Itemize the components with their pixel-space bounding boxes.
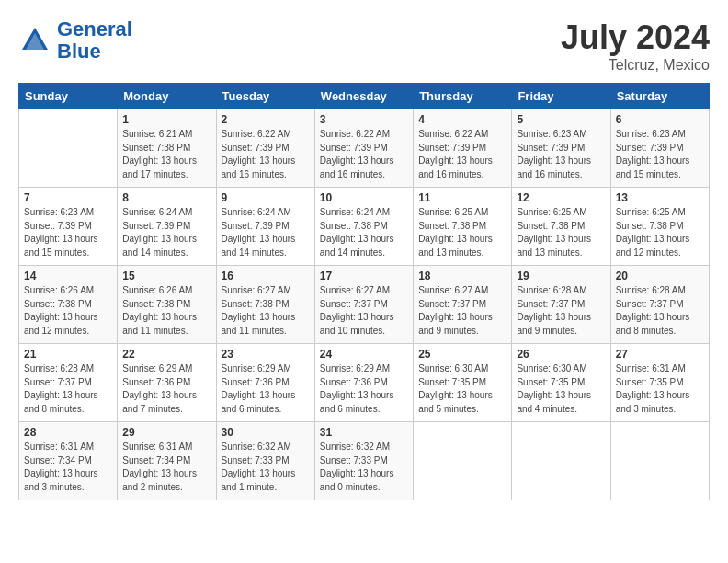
- day-number: 12: [517, 191, 605, 204]
- header-cell-monday: Monday: [118, 84, 216, 109]
- day-info: Sunrise: 6:30 AM Sunset: 7:35 PM Dayligh…: [418, 362, 506, 416]
- day-number: 9: [222, 191, 310, 204]
- logo-icon: [18, 24, 51, 57]
- day-number: 26: [517, 348, 605, 361]
- day-info: Sunrise: 6:22 AM Sunset: 7:39 PM Dayligh…: [320, 128, 408, 181]
- week-row-2: 7Sunrise: 6:23 AM Sunset: 7:39 PM Daylig…: [19, 188, 710, 266]
- header-cell-saturday: Saturday: [610, 84, 709, 109]
- day-number: 24: [320, 348, 408, 361]
- day-cell: 29Sunrise: 6:31 AM Sunset: 7:34 PM Dayli…: [118, 422, 216, 500]
- logo-line2: Blue: [57, 40, 101, 63]
- day-cell: 25Sunrise: 6:30 AM Sunset: 7:35 PM Dayli…: [414, 344, 512, 422]
- header-cell-tuesday: Tuesday: [216, 84, 314, 109]
- day-info: Sunrise: 6:32 AM Sunset: 7:33 PM Dayligh…: [320, 441, 408, 494]
- day-number: 10: [320, 191, 408, 204]
- day-info: Sunrise: 6:25 AM Sunset: 7:38 PM Dayligh…: [517, 206, 605, 259]
- day-cell: 4Sunrise: 6:22 AM Sunset: 7:39 PM Daylig…: [414, 109, 512, 188]
- logo-line1: General: [57, 17, 132, 40]
- logo-text: General Blue: [57, 18, 132, 63]
- day-cell: 31Sunrise: 6:32 AM Sunset: 7:33 PM Dayli…: [314, 422, 413, 500]
- day-cell: [512, 422, 610, 500]
- day-info: Sunrise: 6:28 AM Sunset: 7:37 PM Dayligh…: [24, 362, 112, 416]
- day-info: Sunrise: 6:22 AM Sunset: 7:39 PM Dayligh…: [418, 128, 506, 181]
- day-info: Sunrise: 6:21 AM Sunset: 7:38 PM Dayligh…: [122, 128, 210, 181]
- day-cell: 26Sunrise: 6:30 AM Sunset: 7:35 PM Dayli…: [512, 344, 610, 422]
- day-cell: 28Sunrise: 6:31 AM Sunset: 7:34 PM Dayli…: [19, 422, 118, 500]
- day-cell: 2Sunrise: 6:22 AM Sunset: 7:39 PM Daylig…: [216, 109, 314, 188]
- day-info: Sunrise: 6:24 AM Sunset: 7:38 PM Dayligh…: [320, 206, 408, 259]
- day-info: Sunrise: 6:30 AM Sunset: 7:35 PM Dayligh…: [517, 362, 605, 416]
- day-number: 7: [24, 191, 112, 204]
- day-info: Sunrise: 6:27 AM Sunset: 7:37 PM Dayligh…: [320, 284, 408, 338]
- day-number: 25: [418, 348, 506, 361]
- day-info: Sunrise: 6:23 AM Sunset: 7:39 PM Dayligh…: [616, 128, 704, 181]
- day-info: Sunrise: 6:31 AM Sunset: 7:34 PM Dayligh…: [24, 441, 112, 494]
- day-number: 17: [320, 270, 408, 282]
- day-number: 27: [616, 348, 704, 361]
- day-cell: 15Sunrise: 6:26 AM Sunset: 7:38 PM Dayli…: [118, 266, 216, 344]
- day-info: Sunrise: 6:22 AM Sunset: 7:39 PM Dayligh…: [222, 128, 310, 181]
- day-cell: 17Sunrise: 6:27 AM Sunset: 7:37 PM Dayli…: [314, 266, 413, 344]
- day-number: 2: [222, 113, 310, 126]
- day-number: 8: [122, 191, 210, 204]
- day-number: 4: [418, 113, 506, 126]
- day-number: 5: [517, 113, 605, 126]
- day-info: Sunrise: 6:27 AM Sunset: 7:37 PM Dayligh…: [418, 284, 506, 338]
- day-cell: 20Sunrise: 6:28 AM Sunset: 7:37 PM Dayli…: [610, 266, 709, 344]
- day-number: 21: [24, 348, 112, 361]
- day-number: 31: [320, 426, 408, 439]
- day-number: 3: [320, 113, 408, 126]
- day-number: 22: [122, 348, 210, 361]
- calendar-table: SundayMondayTuesdayWednesdayThursdayFrid…: [18, 83, 710, 500]
- title-block: July 2024 Telcruz, Mexico: [561, 18, 710, 74]
- day-number: 14: [24, 270, 112, 282]
- week-row-4: 21Sunrise: 6:28 AM Sunset: 7:37 PM Dayli…: [19, 344, 710, 422]
- day-info: Sunrise: 6:25 AM Sunset: 7:38 PM Dayligh…: [418, 206, 506, 259]
- day-number: 1: [122, 113, 210, 126]
- day-cell: 21Sunrise: 6:28 AM Sunset: 7:37 PM Dayli…: [19, 344, 118, 422]
- day-info: Sunrise: 6:26 AM Sunset: 7:38 PM Dayligh…: [122, 284, 210, 338]
- day-cell: 23Sunrise: 6:29 AM Sunset: 7:36 PM Dayli…: [216, 344, 314, 422]
- day-info: Sunrise: 6:23 AM Sunset: 7:39 PM Dayligh…: [24, 206, 112, 259]
- day-cell: 3Sunrise: 6:22 AM Sunset: 7:39 PM Daylig…: [314, 109, 413, 188]
- day-number: 30: [222, 426, 310, 439]
- location: Telcruz, Mexico: [561, 57, 710, 74]
- day-cell: 27Sunrise: 6:31 AM Sunset: 7:35 PM Dayli…: [610, 344, 709, 422]
- day-info: Sunrise: 6:31 AM Sunset: 7:35 PM Dayligh…: [616, 362, 704, 416]
- day-number: 6: [616, 113, 704, 126]
- day-number: 23: [222, 348, 310, 361]
- header-cell-thursday: Thursday: [414, 84, 512, 109]
- day-cell: 1Sunrise: 6:21 AM Sunset: 7:38 PM Daylig…: [118, 109, 216, 188]
- week-row-5: 28Sunrise: 6:31 AM Sunset: 7:34 PM Dayli…: [19, 422, 710, 500]
- day-cell: [610, 422, 709, 500]
- day-cell: 12Sunrise: 6:25 AM Sunset: 7:38 PM Dayli…: [512, 188, 610, 266]
- day-number: 11: [418, 191, 506, 204]
- day-info: Sunrise: 6:24 AM Sunset: 7:39 PM Dayligh…: [222, 206, 310, 259]
- page-header: General Blue July 2024 Telcruz, Mexico: [18, 18, 710, 74]
- calendar-header-row: SundayMondayTuesdayWednesdayThursdayFrid…: [19, 84, 710, 109]
- day-cell: 7Sunrise: 6:23 AM Sunset: 7:39 PM Daylig…: [19, 188, 118, 266]
- day-number: 19: [517, 270, 605, 282]
- day-cell: 10Sunrise: 6:24 AM Sunset: 7:38 PM Dayli…: [314, 188, 413, 266]
- header-cell-wednesday: Wednesday: [314, 84, 413, 109]
- header-cell-sunday: Sunday: [19, 84, 118, 109]
- day-info: Sunrise: 6:29 AM Sunset: 7:36 PM Dayligh…: [320, 362, 408, 416]
- day-info: Sunrise: 6:28 AM Sunset: 7:37 PM Dayligh…: [616, 284, 704, 338]
- day-info: Sunrise: 6:29 AM Sunset: 7:36 PM Dayligh…: [122, 362, 210, 416]
- day-number: 18: [418, 270, 506, 282]
- day-cell: [414, 422, 512, 500]
- week-row-3: 14Sunrise: 6:26 AM Sunset: 7:38 PM Dayli…: [19, 266, 710, 344]
- day-info: Sunrise: 6:32 AM Sunset: 7:33 PM Dayligh…: [222, 441, 310, 494]
- day-info: Sunrise: 6:29 AM Sunset: 7:36 PM Dayligh…: [222, 362, 310, 416]
- day-number: 28: [24, 426, 112, 439]
- month-year: July 2024: [561, 18, 710, 57]
- calendar-body: 1Sunrise: 6:21 AM Sunset: 7:38 PM Daylig…: [19, 109, 710, 500]
- day-cell: 24Sunrise: 6:29 AM Sunset: 7:36 PM Dayli…: [314, 344, 413, 422]
- day-cell: 30Sunrise: 6:32 AM Sunset: 7:33 PM Dayli…: [216, 422, 314, 500]
- day-cell: 9Sunrise: 6:24 AM Sunset: 7:39 PM Daylig…: [216, 188, 314, 266]
- day-number: 15: [122, 270, 210, 282]
- day-cell: 8Sunrise: 6:24 AM Sunset: 7:39 PM Daylig…: [118, 188, 216, 266]
- day-number: 13: [616, 191, 704, 204]
- day-info: Sunrise: 6:28 AM Sunset: 7:37 PM Dayligh…: [517, 284, 605, 338]
- day-info: Sunrise: 6:23 AM Sunset: 7:39 PM Dayligh…: [517, 128, 605, 181]
